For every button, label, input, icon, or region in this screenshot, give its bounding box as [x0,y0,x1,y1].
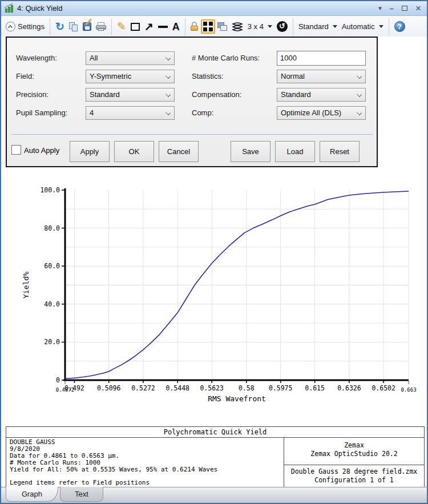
yield-chart: 020.040.060.080.0100.00.4920.50960.52720… [1,170,428,406]
save-button[interactable]: Save [231,141,270,162]
chevron-down-icon [268,25,272,28]
settings-toggle-button[interactable]: Settings [3,21,47,33]
standard-dropdown[interactable]: Standard [296,21,340,32]
minimize-icon[interactable]: – [390,5,394,12]
comp-dropdown[interactable]: Optimize All (DLS) [277,106,366,120]
collapse-settings-icon [6,22,15,31]
file-info: Double Gauss 28 degree field.zmx Configu… [284,465,424,487]
pupil-sampling-dropdown[interactable]: 4 [86,106,175,120]
chevron-down-icon [357,92,362,97]
y-tick-label: 0 [56,376,60,384]
cancel-button[interactable]: Cancel [159,141,199,162]
tab-text[interactable]: Text [60,487,103,502]
toolbar-separator [293,18,293,35]
lens-title: DOUBLE GAUSS [10,439,280,446]
update-button[interactable]: ↺ [274,20,290,33]
x-tick-label: 0.6326 [337,384,361,392]
precision-dropdown[interactable]: Standard [86,88,175,102]
x-tick-label: 0.6502 [372,384,395,392]
window-title: 4: Quick Yield [17,4,63,13]
grid-size-dropdown[interactable]: 3 x 4 [245,21,274,32]
pencil-tool-button[interactable]: ✎ [115,20,128,33]
save-image-button[interactable] [80,21,94,32]
title-bar[interactable]: 4: Quick Yield ▾ – × [1,1,427,16]
chevron-down-icon [165,55,171,61]
text-tool-button[interactable]: A [170,21,182,33]
quick-yield-window: 4: Quick Yield ▾ – × Settings ↻ ✎ [0,0,428,504]
chevron-down-icon [357,74,362,79]
lock-icon [191,22,199,31]
arrow-tool-button[interactable]: ↗ [142,20,156,33]
refresh-button[interactable]: ↻ [53,20,67,33]
monte-carlo-runs: # Monte Carlo Runs: 1000 [10,459,280,466]
close-icon[interactable]: × [415,3,421,13]
maximize-icon[interactable] [402,6,407,11]
rectangle-icon [131,23,140,31]
chevron-down-icon [165,74,171,79]
legend-note: Legend items refer to Field positions [10,479,280,486]
reset-button[interactable]: Reset [320,141,360,162]
arrow-icon: ↗ [144,21,154,32]
x-tick-label: 0.58 [239,384,255,392]
analysis-summary: DOUBLE GAUSS 9/8/2020 Data for 0.4861 to… [6,438,284,487]
software-info: Zemax Zemax OpticStudio 20.2 [284,438,424,465]
x-axis-label: RMS Wavefront [208,394,266,403]
field-dropdown[interactable]: Y-Symmetric [86,70,175,83]
wavelength-label: Wavelength: [16,51,57,65]
window-controls: ▾ – × [378,3,427,13]
wavelength-dropdown[interactable]: All [86,51,175,65]
standard-label: Standard [298,22,329,31]
yield-summary: Yield for All: 50% at 0.5535 Waves, 95% … [10,466,280,473]
tab-bar: Graph Text [1,487,427,503]
y-tick-label: 60.0 [44,262,60,270]
line-tool-button[interactable] [156,25,170,29]
x-tick-label: 0.5272 [131,384,155,392]
lock-window-button[interactable] [188,21,201,33]
x-tick-label: 0.615 [305,384,325,392]
app-icon [5,5,14,13]
y-tick-label: 20.0 [44,338,60,346]
cascade-windows-button[interactable] [215,21,229,32]
rotate-icon: ↺ [277,21,288,32]
chevron-down-icon [333,25,337,28]
split-window-icon [203,22,213,31]
ok-button[interactable]: OK [114,141,154,162]
help-button[interactable]: ? [392,20,407,33]
x-tick-label: 0.5096 [97,384,121,392]
chevron-down-icon [379,25,383,28]
save-icon [83,22,91,31]
pupil-sampling-label: Pupil Sampling: [16,106,67,120]
monte-carlo-runs-label: # Monte Carlo Runs: [192,51,260,65]
load-button[interactable]: Load [275,141,315,162]
layers-icon [232,22,243,32]
settings-panel: Wavelength: All Field: Y-Symmetric Preci… [6,37,378,167]
data-range: Data for 0.4861 to 0.6563 µm. [10,453,280,459]
automatic-dropdown[interactable]: Automatic [340,21,386,32]
monte-carlo-runs-input[interactable]: 1000 [277,51,366,66]
line-icon [158,26,168,28]
compensation-dropdown[interactable]: Standard [277,88,366,102]
print-icon [96,22,106,31]
auto-apply-checkbox[interactable] [11,145,21,155]
refresh-icon: ↻ [55,21,64,32]
tab-graph[interactable]: Graph [6,487,58,502]
toolbar-separator [389,18,389,35]
configurations-button[interactable] [229,21,245,33]
field-label: Field: [16,70,34,83]
x-tick-label: 0.5975 [269,384,293,392]
x-tick-label: 0.5623 [200,384,224,392]
rectangle-tool-button[interactable] [128,22,142,32]
copy-button[interactable] [67,21,80,33]
window-menu-icon[interactable]: ▾ [378,5,382,11]
toolbar-separator [185,18,185,35]
toolbar-separator [50,18,50,35]
toolbar-separator [111,18,112,35]
apply-button[interactable]: Apply [70,141,110,162]
x-edge-label: 0.4872 [56,387,75,393]
statistics-dropdown[interactable]: Normal [277,70,366,83]
comp-label: Comp: [192,106,213,120]
copy-icon [69,22,78,31]
print-button[interactable] [94,21,108,32]
split-window-button[interactable] [201,19,215,34]
panel-separator [11,134,373,135]
